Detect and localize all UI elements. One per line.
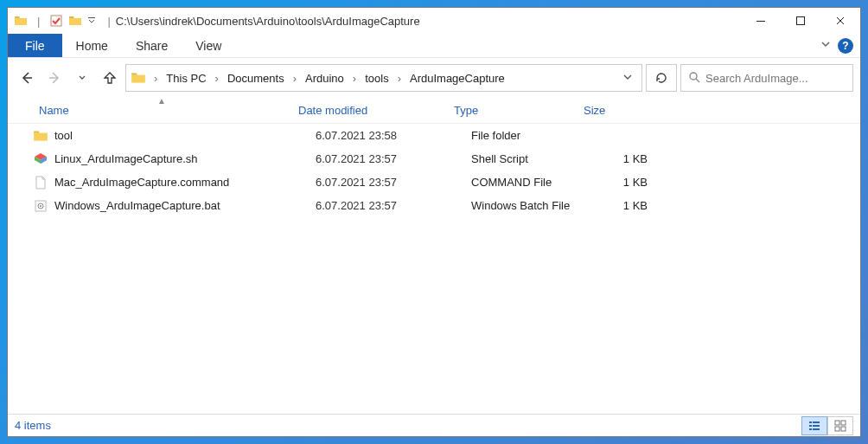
search-icon xyxy=(688,71,700,86)
svg-rect-15 xyxy=(841,421,846,425)
window-title: C:\Users\indrek\Documents\Arduino\tools\… xyxy=(116,15,741,28)
folder-icon xyxy=(32,127,49,145)
file-row[interactable]: Windows_ArduImageCapture.bat6.07.2021 23… xyxy=(32,194,860,217)
view-details-button[interactable] xyxy=(801,416,827,435)
svg-rect-13 xyxy=(813,428,820,430)
close-button[interactable] xyxy=(820,8,860,34)
forward-button[interactable] xyxy=(42,66,67,90)
column-type[interactable]: Type xyxy=(447,104,577,117)
file-name: tool xyxy=(54,129,309,142)
search-placeholder: Search ArduImage... xyxy=(705,72,808,85)
column-date[interactable]: Date modified xyxy=(291,104,447,117)
file-size: 1 KB xyxy=(594,199,654,212)
file-type: Windows Batch File xyxy=(464,199,594,212)
status-bar: 4 items xyxy=(8,414,860,436)
item-count: 4 items xyxy=(15,419,51,432)
quick-access-folder-icon[interactable] xyxy=(67,13,83,29)
file-row[interactable]: tool6.07.2021 23:58File folder xyxy=(32,124,860,147)
file-date: 6.07.2021 23:57 xyxy=(309,152,464,165)
svg-point-4 xyxy=(690,73,697,80)
tab-share[interactable]: Share xyxy=(122,34,182,57)
gear-icon xyxy=(32,197,49,215)
back-button[interactable] xyxy=(15,66,39,90)
search-input[interactable]: Search ArduImage... xyxy=(680,64,853,92)
file-type: File folder xyxy=(464,129,594,142)
file-size: 1 KB xyxy=(594,176,654,189)
svg-rect-8 xyxy=(809,421,812,423)
chevron-right-icon[interactable]: › xyxy=(212,72,222,85)
svg-rect-12 xyxy=(809,428,812,430)
file-row[interactable]: Linux_ArduImageCapture.sh6.07.2021 23:57… xyxy=(32,147,860,171)
help-button[interactable]: ? xyxy=(838,38,853,54)
file-size: 1 KB xyxy=(594,152,654,165)
title-bar: | | C:\Users\indrek\Documents\Arduino\to… xyxy=(8,8,860,34)
file-date: 6.07.2021 23:57 xyxy=(309,176,464,189)
file-type: Shell Script xyxy=(464,152,594,165)
file-row[interactable]: Mac_ArduImageCapture.command6.07.2021 23… xyxy=(32,171,860,194)
maximize-button[interactable] xyxy=(781,8,820,34)
svg-rect-2 xyxy=(756,21,765,22)
file-date: 6.07.2021 23:58 xyxy=(309,129,464,142)
svg-rect-9 xyxy=(813,421,820,423)
svg-rect-11 xyxy=(813,425,820,427)
breadcrumb-item[interactable]: ArduImageCapture xyxy=(405,65,510,91)
svg-rect-3 xyxy=(797,17,805,25)
breadcrumb-folder-icon xyxy=(130,69,147,87)
chevron-right-icon[interactable]: › xyxy=(290,72,300,85)
ribbon-tabs: File Home Share View ? xyxy=(8,34,860,58)
refresh-button[interactable] xyxy=(646,64,677,92)
separator: | xyxy=(37,15,40,28)
svg-rect-1 xyxy=(88,17,95,18)
file-name: Windows_ArduImageCapture.bat xyxy=(54,199,309,212)
breadcrumb-dropdown-icon[interactable] xyxy=(614,72,641,85)
breadcrumb-item[interactable]: This PC xyxy=(161,65,211,91)
breadcrumb-bar[interactable]: › This PC › Documents › Arduino › tools … xyxy=(125,64,642,92)
svg-rect-0 xyxy=(51,16,61,26)
column-headers: ▲ Name Date modified Type Size xyxy=(8,98,860,124)
ribbon-expand-icon[interactable] xyxy=(820,39,831,52)
chevron-right-icon[interactable]: › xyxy=(150,72,161,85)
column-name[interactable]: ▲ Name xyxy=(32,104,291,117)
tab-file[interactable]: File xyxy=(8,34,62,57)
minimize-button[interactable] xyxy=(741,8,781,34)
separator: | xyxy=(107,15,110,28)
file-name: Linux_ArduImageCapture.sh xyxy=(54,152,309,165)
breadcrumb-item[interactable]: Documents xyxy=(222,65,290,91)
up-button[interactable] xyxy=(98,66,122,90)
file-name: Mac_ArduImageCapture.command xyxy=(54,176,309,189)
svg-rect-14 xyxy=(835,421,839,425)
file-date: 6.07.2021 23:57 xyxy=(309,199,464,212)
view-large-icons-button[interactable] xyxy=(827,416,853,435)
recent-locations-button[interactable] xyxy=(70,66,94,90)
svg-rect-10 xyxy=(809,425,812,427)
sort-indicator-icon: ▲ xyxy=(157,98,166,106)
file-icon xyxy=(32,174,49,191)
file-list: ▲ Name Date modified Type Size tool6.07.… xyxy=(8,98,860,414)
svg-rect-17 xyxy=(841,427,846,431)
folder-icon xyxy=(13,13,29,29)
breadcrumb-item[interactable]: tools xyxy=(360,65,393,91)
file-type: COMMAND File xyxy=(464,176,594,189)
quick-access-dropdown-icon[interactable] xyxy=(86,16,97,25)
svg-point-7 xyxy=(40,205,41,207)
explorer-window: | | C:\Users\indrek\Documents\Arduino\to… xyxy=(7,7,861,437)
chevron-right-icon[interactable]: › xyxy=(394,72,405,85)
breadcrumb-item[interactable]: Arduino xyxy=(300,65,349,91)
quick-access-check-icon[interactable] xyxy=(48,13,64,29)
script-icon xyxy=(32,151,49,168)
tab-home[interactable]: Home xyxy=(62,34,122,57)
chevron-right-icon[interactable]: › xyxy=(349,72,360,85)
svg-rect-16 xyxy=(835,427,839,431)
column-size[interactable]: Size xyxy=(577,104,637,117)
tab-view[interactable]: View xyxy=(182,34,235,57)
nav-bar: › This PC › Documents › Arduino › tools … xyxy=(8,58,860,98)
